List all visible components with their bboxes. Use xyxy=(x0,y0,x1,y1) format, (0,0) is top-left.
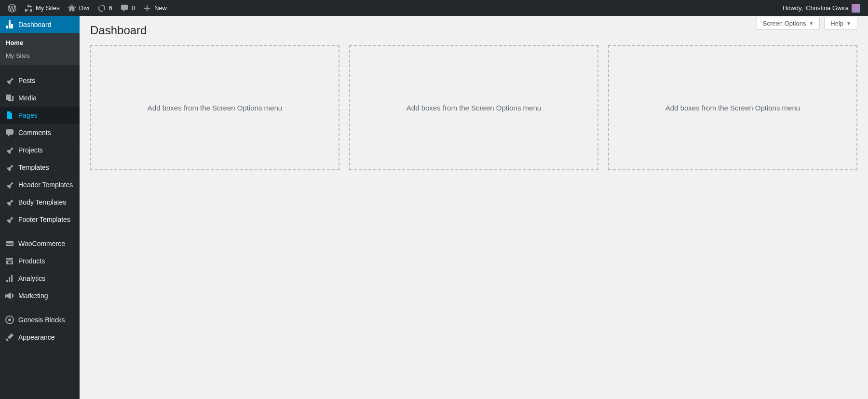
admin-toolbar: My Sites Divi 6 0 New xyxy=(0,0,868,16)
help-toggle[interactable]: Help ▼ xyxy=(824,17,857,30)
menu-dashboard[interactable]: Dashboard xyxy=(0,16,80,33)
menu-genesis-blocks[interactable]: Genesis Blocks xyxy=(0,311,80,329)
menu-appearance[interactable]: Appearance xyxy=(0,329,80,346)
avatar xyxy=(852,4,860,13)
caret-down-icon: ▼ xyxy=(809,21,814,26)
page-icon xyxy=(5,110,14,120)
media-icon xyxy=(5,93,14,103)
wordpress-icon xyxy=(8,4,16,13)
updates-count: 6 xyxy=(109,4,112,12)
menu-genesis-blocks-label: Genesis Blocks xyxy=(18,316,65,324)
my-sites-label: My Sites xyxy=(36,4,60,12)
svg-point-0 xyxy=(9,20,11,22)
pin-icon xyxy=(5,145,14,155)
my-sites-menu[interactable]: My Sites xyxy=(20,0,64,16)
comment-icon xyxy=(5,128,14,138)
menu-marketing[interactable]: Marketing xyxy=(0,287,80,304)
submenu-dashboard: Home My Sites xyxy=(0,33,80,65)
adminbar-left: My Sites Divi 6 0 New xyxy=(4,0,171,16)
my-account-menu[interactable]: Howdy, Christina Gwira xyxy=(779,0,864,16)
menu-posts-label: Posts xyxy=(18,77,35,84)
caret-down-icon: ▼ xyxy=(846,21,851,26)
dashboard-widget-placeholder: Add boxes from the Screen Options menu xyxy=(608,45,857,170)
products-icon xyxy=(5,256,14,266)
screen-options-toggle[interactable]: Screen Options ▼ xyxy=(757,17,820,30)
admin-menu: Dashboard Home My Sites Posts Media Page… xyxy=(0,16,80,399)
site-name-label: Divi xyxy=(79,4,90,12)
menu-pages[interactable]: Pages All Pages Add New 1 xyxy=(0,107,80,124)
menu-body-templates[interactable]: Body Templates xyxy=(0,193,80,211)
page-title: Dashboard xyxy=(90,16,857,45)
menu-footer-templates-label: Footer Templates xyxy=(18,216,70,223)
menu-media-label: Media xyxy=(18,94,37,102)
placeholder-text: Add boxes from the Screen Options menu xyxy=(407,104,541,112)
menu-header-templates[interactable]: Header Templates xyxy=(0,176,80,193)
user-display-name: Christina Gwira xyxy=(806,4,849,12)
placeholder-text: Add boxes from the Screen Options menu xyxy=(148,104,282,112)
adminbar-right: Howdy, Christina Gwira xyxy=(779,0,864,16)
pin-icon xyxy=(5,215,14,224)
chart-bar-icon xyxy=(5,274,14,283)
placeholder-text: Add boxes from the Screen Options menu xyxy=(665,104,800,112)
menu-body-templates-label: Body Templates xyxy=(18,198,66,206)
svg-point-4 xyxy=(8,318,11,321)
menu-products-label: Products xyxy=(18,257,45,265)
screen-meta-links: Screen Options ▼ Help ▼ xyxy=(757,17,857,30)
menu-footer-templates[interactable]: Footer Templates xyxy=(0,211,80,228)
pin-icon xyxy=(5,76,14,85)
megaphone-icon xyxy=(5,291,14,301)
menu-posts[interactable]: Posts xyxy=(0,72,80,89)
menu-woocommerce-label: WooCommerce xyxy=(18,240,65,248)
menu-templates[interactable]: Templates xyxy=(0,159,80,176)
pin-icon xyxy=(5,163,14,172)
comment-icon xyxy=(120,4,129,13)
menu-products[interactable]: Products xyxy=(0,252,80,270)
updates-menu[interactable]: 6 xyxy=(94,0,116,16)
menu-header-templates-label: Header Templates xyxy=(18,181,73,189)
menu-marketing-label: Marketing xyxy=(18,292,48,300)
pin-icon xyxy=(5,180,14,190)
brush-icon xyxy=(5,332,14,342)
menu-templates-label: Templates xyxy=(18,164,49,171)
howdy-prefix: Howdy, xyxy=(783,4,803,12)
pin-icon xyxy=(5,197,14,207)
site-menu[interactable]: Divi xyxy=(64,0,94,16)
home-icon xyxy=(68,4,76,13)
svg-text:woo: woo xyxy=(6,242,13,246)
multisite-icon xyxy=(24,4,33,13)
menu-media[interactable]: Media xyxy=(0,89,80,107)
dashboard-widgets-wrap: Add boxes from the Screen Options menu A… xyxy=(90,45,857,170)
menu-analytics[interactable]: Analytics xyxy=(0,270,80,287)
dashboard-widget-placeholder: Add boxes from the Screen Options menu xyxy=(90,45,339,170)
content-area: Screen Options ▼ Help ▼ Dashboard Add bo… xyxy=(80,16,868,399)
menu-pages-label: Pages xyxy=(18,111,38,119)
menu-analytics-label: Analytics xyxy=(18,275,45,282)
dashboard-widget-placeholder: Add boxes from the Screen Options menu xyxy=(349,45,598,170)
dashboard-icon xyxy=(5,20,14,29)
comments-menu[interactable]: 0 xyxy=(116,0,139,16)
menu-projects[interactable]: Projects xyxy=(0,141,80,159)
menu-woocommerce[interactable]: woo WooCommerce xyxy=(0,235,80,252)
menu-separator xyxy=(0,304,80,311)
comments-count: 0 xyxy=(132,4,135,12)
menu-projects-label: Projects xyxy=(18,146,43,154)
genesis-icon xyxy=(5,315,14,325)
screen-options-label: Screen Options xyxy=(763,20,806,27)
new-label: New xyxy=(154,4,167,12)
menu-comments-label: Comments xyxy=(18,129,51,137)
submenu-home[interactable]: Home xyxy=(0,36,80,49)
menu-separator xyxy=(0,228,80,235)
plus-icon xyxy=(143,4,151,13)
menu-comments[interactable]: Comments xyxy=(0,124,80,141)
help-label: Help xyxy=(830,20,843,27)
new-content-menu[interactable]: New xyxy=(139,0,171,16)
menu-separator xyxy=(0,65,80,72)
submenu-my-sites[interactable]: My Sites xyxy=(0,49,80,62)
menu-appearance-label: Appearance xyxy=(18,333,55,341)
woocommerce-icon: woo xyxy=(5,239,14,248)
update-icon xyxy=(97,4,106,13)
menu-dashboard-label: Dashboard xyxy=(18,21,52,28)
wp-logo-menu[interactable] xyxy=(4,0,20,16)
